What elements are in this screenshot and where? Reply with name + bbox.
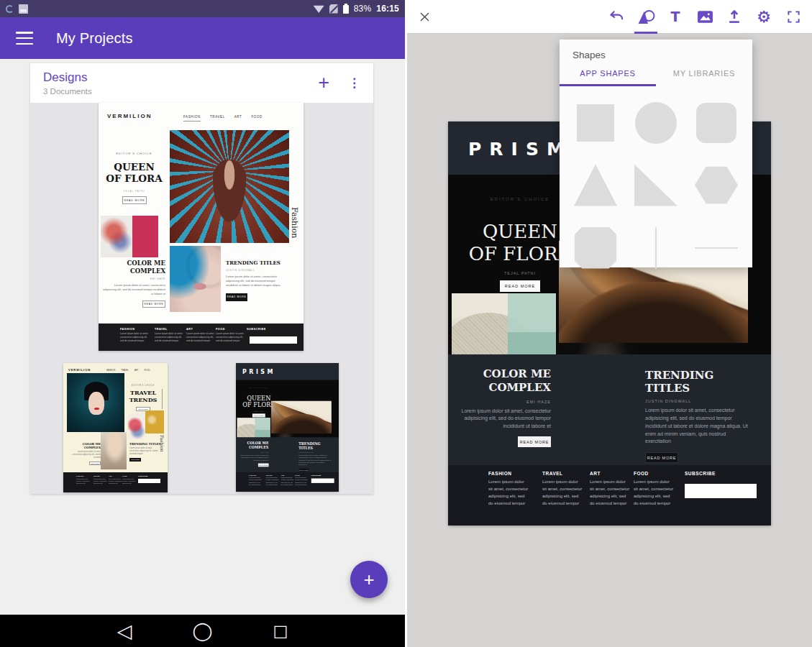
prism-trending-body: Lorem ipsum dolor sit amet, consectetur … bbox=[298, 454, 332, 466]
sync-icon bbox=[6, 5, 14, 13]
prism-hero-title-line2: OF FLORA bbox=[469, 243, 572, 265]
vermilion-watercolor-image bbox=[101, 216, 158, 257]
vermilion-trending-author: JUSTIN DINGWALL bbox=[226, 269, 285, 272]
prism-hero-title-line1: QUEEN bbox=[247, 395, 270, 402]
travel-collage-pink-image bbox=[128, 413, 145, 439]
prism-footer-col-fashion: FASHIONLorem ipsum dolor sit amet, conse… bbox=[249, 474, 262, 486]
project-subtitle: 3 Documents bbox=[43, 87, 92, 96]
shape-octagon[interactable] bbox=[565, 221, 626, 274]
vermilion-hero-title-line2: OF FLORA bbox=[106, 173, 163, 184]
vermilion-footer-heading: ART bbox=[186, 328, 216, 331]
prism-color-title-line2: COMPLEX bbox=[488, 381, 551, 394]
project-card-designs: Designs 3 Documents + ⋮ VERMILION bbox=[30, 63, 373, 494]
travel-footer-text: Lorem ipsum dolor sit amet, consectetur … bbox=[93, 478, 107, 485]
prism-footer-heading: TRAVEL bbox=[266, 474, 279, 476]
prism-color-author: EMI HAZE bbox=[453, 400, 551, 404]
prism-color-me-complex-block: COLOR MECOMPLEX EMI HAZE Lorem ipsum dol… bbox=[453, 367, 551, 447]
shapes-grid bbox=[560, 86, 752, 274]
prism-color-title-line1: COLOR ME bbox=[247, 441, 268, 446]
vermilion-hero-read-more-button: READ MORE bbox=[122, 196, 147, 204]
fullscreen-icon[interactable] bbox=[782, 0, 805, 34]
recents-button[interactable]: □ bbox=[273, 623, 288, 639]
shape-vertical-line[interactable] bbox=[626, 221, 686, 274]
vermilion-footer: FASHIONLorem ipsum dolor sit amet, conse… bbox=[99, 324, 304, 351]
vermilion-footer-text: Lorem ipsum dolor sit amet, consectetur … bbox=[155, 332, 185, 343]
vermilion-color-title: COLOR MECOMPLEX bbox=[102, 260, 165, 275]
prism-articles-section: COLOR MECOMPLEX EMI HAZE Lorem ipsum dol… bbox=[236, 437, 339, 472]
app-bar: My Projects bbox=[0, 17, 405, 59]
vermilion-subscribe-heading: SUBSCRIBE bbox=[247, 328, 277, 331]
editor-canvas[interactable]: PRISM EDITOR'S CHOICE QUEENOF FLORA TEJA… bbox=[407, 34, 812, 647]
travel-document: VERMILION FASHION TRAVEL ART FOOD bbox=[63, 363, 168, 492]
status-bar-right: 83% 16:15 bbox=[314, 4, 399, 14]
android-nav-bar: ◁ ◯ □ bbox=[0, 615, 405, 647]
prism-color-author: EMI HAZE bbox=[237, 451, 268, 453]
back-button[interactable]: ◁ bbox=[117, 621, 132, 641]
travel-nav-item: FOOD bbox=[145, 369, 150, 372]
prism-footer-col-art: ARTLorem ipsum dolor sit amet, consectet… bbox=[590, 471, 630, 508]
travel-footer-text: Lorem ipsum dolor sit amet, consectetur … bbox=[122, 478, 136, 485]
hamburger-menu-icon[interactable] bbox=[16, 32, 33, 45]
document-thumbnail-prism[interactable]: PRISM EDITOR'S CHOICE QUEENOF FLORA TEJA… bbox=[236, 363, 339, 492]
prism-hero-title-line1: QUEEN bbox=[483, 221, 557, 242]
status-bar: 83% 16:15 bbox=[0, 0, 405, 17]
add-document-button[interactable]: + bbox=[318, 73, 329, 93]
prism-document[interactable]: PRISM EDITOR'S CHOICE QUEENOF FLORA TEJA… bbox=[236, 363, 339, 492]
travel-trending-read-more-button: READ MORE bbox=[129, 458, 141, 462]
shape-hexagon[interactable] bbox=[686, 159, 747, 211]
prism-hero-read-more-button: READ MORE bbox=[500, 280, 540, 292]
tab-app-shapes[interactable]: APP SHAPES bbox=[560, 69, 656, 86]
vermilion-footer-text: Lorem ipsum dolor sit amet, consectetur … bbox=[186, 332, 216, 343]
shape-square[interactable] bbox=[565, 96, 626, 149]
document-thumbnail-vermilion[interactable]: VERMILION FASHION TRAVEL ART FOOD EDITOR… bbox=[99, 103, 304, 351]
travel-model-face bbox=[88, 392, 104, 415]
tab-my-libraries[interactable]: MY LIBRARIES bbox=[656, 69, 752, 86]
settings-icon[interactable]: ⚙ bbox=[752, 0, 775, 34]
vermilion-hero-title-line1: QUEEN bbox=[114, 161, 154, 173]
shapes-panel: Shapes APP SHAPES MY LIBRARIES bbox=[560, 40, 752, 267]
prism-logo: PRISM bbox=[468, 139, 572, 160]
vertical-line-icon bbox=[655, 227, 657, 269]
vermilion-color-body: Lorem ipsum dolor sit amet, consectetur … bbox=[102, 283, 165, 296]
text-tool-icon[interactable]: T bbox=[664, 0, 687, 34]
travel-footer-heading: FOOD bbox=[122, 475, 136, 477]
travel-trending-titles-block: TRENDING TITLES Lorem ipsum dolor sit am… bbox=[129, 442, 163, 462]
project-card-actions: + ⋮ bbox=[318, 73, 360, 93]
document-thumbnail-travel-trends[interactable]: VERMILION FASHION TRAVEL ART FOOD bbox=[63, 363, 168, 492]
prism-trending-read-more-button: READ MORE bbox=[298, 469, 309, 472]
travel-hero-title: TRAVELTRENDS bbox=[127, 390, 160, 403]
close-icon[interactable] bbox=[414, 6, 435, 27]
overflow-menu-button[interactable]: ⋮ bbox=[348, 80, 360, 86]
prism-footer-text: Lorem ipsum dolor sit amet, consectetur … bbox=[249, 477, 262, 486]
prism-footer-text: Lorem ipsum dolor sit amet, consectetur … bbox=[590, 479, 630, 508]
shape-triangle[interactable] bbox=[565, 159, 626, 211]
share-icon[interactable] bbox=[723, 0, 746, 34]
vermilion-footer-heading: FASHION bbox=[120, 328, 150, 331]
rounded-square-icon bbox=[696, 103, 736, 143]
travel-footer-text: Lorem ipsum dolor sit amet, consectetur … bbox=[76, 478, 90, 485]
travel-color-body: Lorem ipsum dolor sit amet, consectetur … bbox=[69, 451, 101, 459]
shape-right-triangle[interactable] bbox=[626, 159, 686, 211]
home-button[interactable]: ◯ bbox=[192, 622, 212, 640]
undo-icon[interactable] bbox=[605, 0, 628, 34]
status-bar-left bbox=[6, 4, 28, 14]
vermilion-color-title-line1: COLOR ME bbox=[127, 260, 165, 267]
vermilion-footer-heading: TRAVEL bbox=[155, 328, 185, 331]
triangle-icon bbox=[574, 165, 617, 206]
square-icon bbox=[577, 104, 614, 142]
shape-rounded-square[interactable] bbox=[686, 96, 747, 149]
travel-footer-col: FOODLorem ipsum dolor sit amet, consecte… bbox=[122, 475, 136, 485]
vermilion-footer-col: FOODLorem ipsum dolor sit amet, consecte… bbox=[216, 328, 246, 343]
shape-circle[interactable] bbox=[626, 96, 686, 149]
prism-articles-section: COLOR MECOMPLEX EMI HAZE Lorem ipsum dol… bbox=[448, 354, 771, 465]
shape-horizontal-line[interactable] bbox=[686, 221, 747, 274]
vermilion-footer-col: TRAVELLorem ipsum dolor sit amet, consec… bbox=[155, 328, 185, 343]
shape-tool-icon[interactable] bbox=[634, 0, 657, 34]
prism-footer-col-travel: TRAVELLorem ipsum dolor sit amet, consec… bbox=[266, 474, 279, 486]
prism-footer-text: Lorem ipsum dolor sit amet, consectetur … bbox=[281, 477, 294, 486]
vermilion-footer-heading: FOOD bbox=[216, 328, 246, 331]
vermilion-color-author: EMI HAZE bbox=[102, 277, 165, 280]
prism-footer-subscribe: SUBSCRIBE bbox=[685, 471, 725, 476]
new-project-fab[interactable]: + bbox=[350, 561, 388, 598]
image-tool-icon[interactable] bbox=[693, 0, 716, 34]
